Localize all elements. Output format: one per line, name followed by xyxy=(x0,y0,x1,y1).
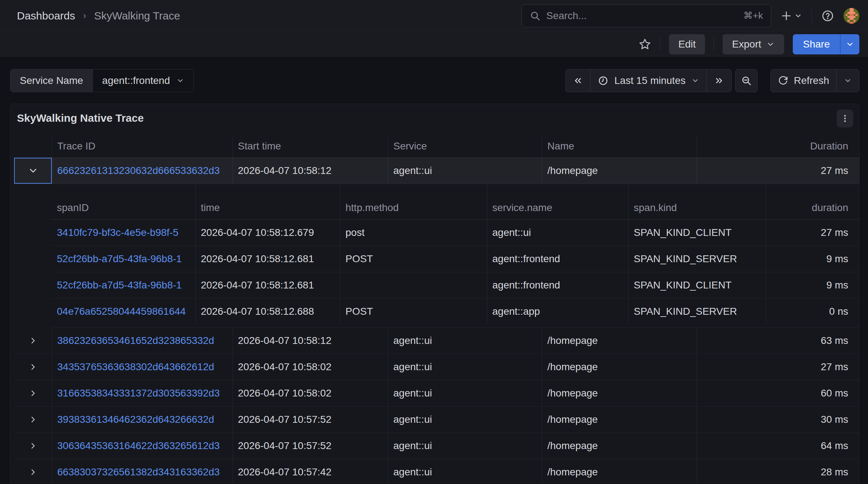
name-cell: /homepage xyxy=(542,354,697,380)
chevron-down-icon xyxy=(844,77,852,85)
chevron-right-icon xyxy=(28,362,38,372)
breadcrumb: Dashboards › SkyWalking Trace xyxy=(17,10,180,22)
span-id-link[interactable]: 04e76a65258044459861644 xyxy=(52,299,195,324)
expand-row-button[interactable] xyxy=(14,380,52,406)
time-range-picker[interactable]: Last 15 minutes xyxy=(590,70,706,92)
refresh-interval-button[interactable] xyxy=(836,70,859,92)
trace-id-link[interactable]: 31663538343331372d303563392d3 xyxy=(52,380,232,406)
clock-icon xyxy=(598,75,609,86)
chevrons-left-icon xyxy=(573,76,583,86)
star-icon xyxy=(638,38,651,51)
trace-id-link[interactable]: 66383037326561382d343163362d3 xyxy=(52,459,232,484)
grafana-app: Dashboards › SkyWalking Trace Search... … xyxy=(0,0,868,484)
table-row: 66383037326561382d343163362d3 2026-04-07… xyxy=(14,459,860,484)
column-header-duration[interactable]: Duration xyxy=(697,135,860,157)
trace-id-link[interactable]: 38623263653461652d323865332d xyxy=(52,328,232,354)
expand-row-button[interactable] xyxy=(14,328,52,354)
table-row: 30636435363164622d363265612d3 2026-04-07… xyxy=(14,433,860,459)
table-row: 34353765363638302d643662612d 2026-04-07 … xyxy=(14,354,860,380)
duration-cell: 30 ms xyxy=(697,407,860,433)
table-row: 66623261313230632d666533632d3 2026-04-07… xyxy=(14,158,860,184)
start-time-cell: 2026-04-07 10:58:12 xyxy=(232,328,388,354)
subcolumn-header-duration[interactable]: duration xyxy=(766,184,860,219)
service-cell: agent::ui xyxy=(388,459,542,484)
share-button-label: Share xyxy=(803,39,830,50)
start-time-cell: 2026-04-07 10:57:52 xyxy=(232,407,388,433)
span-id-link[interactable]: 52cf26bb-a7d5-43fa-96b8-1 xyxy=(52,272,195,298)
span-id-link[interactable]: 52cf26bb-a7d5-43fa-96b8-1 xyxy=(52,246,195,272)
span-http-method-cell: POST xyxy=(340,299,487,324)
refresh-button-label: Refresh xyxy=(794,75,829,86)
column-header-name[interactable]: Name xyxy=(542,135,697,157)
span-service-name-cell: agent::ui xyxy=(487,220,628,246)
span-time-cell: 2026-04-07 10:58:12.688 xyxy=(195,299,340,324)
zoom-out-time-button[interactable] xyxy=(735,69,758,92)
chevron-right-icon xyxy=(28,336,38,345)
avatar[interactable] xyxy=(844,8,859,24)
span-duration-cell: 9 ms xyxy=(766,272,860,298)
share-button[interactable]: Share xyxy=(793,34,840,54)
trace-id-link[interactable]: 34353765363638302d643662612d xyxy=(52,354,232,380)
subcolumn-header-span-id[interactable]: spanID xyxy=(52,184,195,219)
span-subtable: spanID time http.method service.name spa… xyxy=(52,184,860,328)
collapse-row-button[interactable] xyxy=(14,158,52,184)
span-id-link[interactable]: 3410fc79-bf3c-4e5e-b98f-5 xyxy=(52,220,195,246)
expand-row-button[interactable] xyxy=(14,354,52,380)
name-cell: /homepage xyxy=(542,433,697,459)
add-new-button[interactable] xyxy=(781,10,802,22)
chevron-down-icon xyxy=(28,165,39,176)
expand-row-button[interactable] xyxy=(14,459,52,484)
column-header-trace-id[interactable]: Trace ID xyxy=(52,135,232,157)
trace-id-link[interactable]: 66623261313230632d666533632d3 xyxy=(52,158,232,184)
duration-cell: 27 ms xyxy=(697,354,860,380)
toolbar-divider xyxy=(714,38,714,51)
panel-title: SkyWalking Native Trace xyxy=(17,112,144,124)
span-row: 52cf26bb-a7d5-43fa-96b8-1 2026-04-07 10:… xyxy=(52,272,860,299)
chevron-right-icon xyxy=(28,415,38,424)
time-controls: Last 15 minutes xyxy=(565,69,859,92)
span-time-cell: 2026-04-07 10:58:12.681 xyxy=(195,272,340,298)
span-http-method-cell: POST xyxy=(340,246,487,272)
time-shift-back-button[interactable] xyxy=(566,70,590,92)
trace-id-link[interactable]: 39383361346462362d643266632d xyxy=(52,407,232,433)
share-menu-button[interactable] xyxy=(840,34,859,54)
service-cell: agent::ui xyxy=(388,407,542,433)
edit-button[interactable]: Edit xyxy=(669,34,705,54)
span-http-method-cell xyxy=(340,272,487,298)
expand-row-button[interactable] xyxy=(14,433,52,459)
chevron-down-icon xyxy=(176,77,184,85)
service-cell: agent::ui xyxy=(388,433,542,459)
subcolumn-header-span-kind[interactable]: span.kind xyxy=(628,184,766,219)
time-shift-forward-button[interactable] xyxy=(706,70,731,92)
skywalking-trace-panel: SkyWalking Native Trace Trace ID Start t… xyxy=(10,104,859,484)
panel-header: SkyWalking Native Trace xyxy=(10,104,859,127)
subcolumn-header-time[interactable]: time xyxy=(195,184,340,219)
start-time-cell: 2026-04-07 10:58:12 xyxy=(232,158,388,184)
panel-menu-button[interactable] xyxy=(837,109,853,127)
span-row: 04e76a65258044459861644 2026-04-07 10:58… xyxy=(52,299,860,324)
trace-table: Trace ID Start time Service Name Duratio… xyxy=(14,135,860,484)
refresh-button[interactable]: Refresh xyxy=(771,70,836,92)
export-button[interactable]: Export xyxy=(723,34,784,54)
chevron-down-icon xyxy=(794,12,802,20)
subcolumn-header-http-method[interactable]: http.method xyxy=(340,184,487,219)
chevron-right-icon xyxy=(28,467,38,477)
column-header-start-time[interactable]: Start time xyxy=(232,135,388,157)
duration-cell: 27 ms xyxy=(697,158,860,184)
search-input[interactable]: Search... ⌘+k xyxy=(521,4,771,27)
service-name-filter-value[interactable]: agent::frontend xyxy=(92,70,194,92)
column-header-service[interactable]: Service xyxy=(388,135,542,157)
topnav-divider xyxy=(812,9,812,22)
breadcrumb-dashboards[interactable]: Dashboards xyxy=(17,10,75,22)
service-name-filter-label: Service Name xyxy=(10,70,92,92)
avatar-pixel-art xyxy=(844,8,859,24)
chevron-right-icon xyxy=(28,441,38,451)
favorite-star-button[interactable] xyxy=(638,38,651,51)
subcolumn-header-service-name[interactable]: service.name xyxy=(487,184,628,219)
table-row: 38623263653461652d323865332d 2026-04-07 … xyxy=(14,328,860,354)
trace-id-link[interactable]: 30636435363164622d363265612d3 xyxy=(52,433,232,459)
expand-row-button[interactable] xyxy=(14,407,52,433)
help-button[interactable] xyxy=(821,9,834,22)
service-name-filter: Service Name agent::frontend xyxy=(10,69,194,92)
dashboard-toolbar: Edit Export Share xyxy=(0,32,868,57)
